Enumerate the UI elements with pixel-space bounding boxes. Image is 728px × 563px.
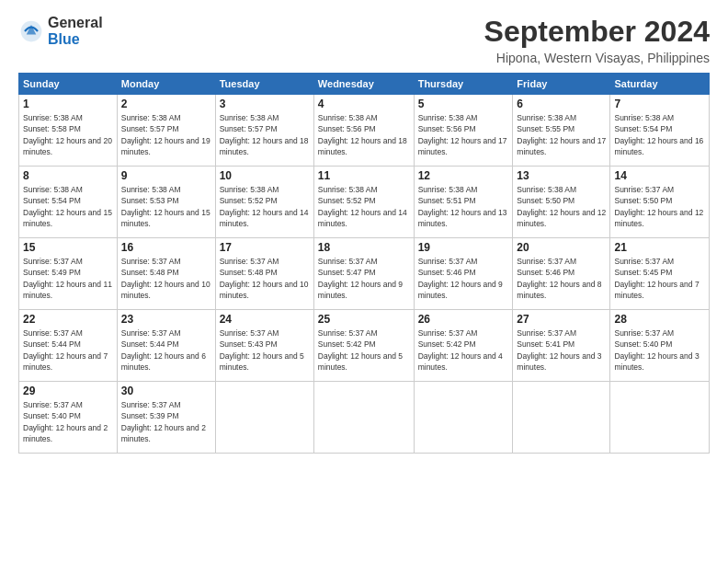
week-row: 8 Sunrise: 5:38 AMSunset: 5:54 PMDayligh… <box>19 167 710 238</box>
day-number: 18 <box>318 241 410 254</box>
week-row: 29 Sunrise: 5:37 AMSunset: 5:40 PMDaylig… <box>19 382 710 454</box>
day-number: 14 <box>614 169 705 182</box>
day-number: 10 <box>220 169 310 182</box>
table-cell: 28 Sunrise: 5:37 AMSunset: 5:40 PMDaylig… <box>610 310 710 382</box>
table-cell: 14 Sunrise: 5:37 AMSunset: 5:50 PMDaylig… <box>610 167 710 238</box>
logo-icon <box>18 18 44 44</box>
day-info: Sunrise: 5:38 AMSunset: 5:52 PMDaylight:… <box>318 185 407 228</box>
day-info: Sunrise: 5:38 AMSunset: 5:51 PMDaylight:… <box>418 185 507 228</box>
table-cell: 6 Sunrise: 5:38 AMSunset: 5:55 PMDayligh… <box>513 95 610 167</box>
col-thursday: Thursday <box>414 74 513 95</box>
table-cell: 4 Sunrise: 5:38 AMSunset: 5:56 PMDayligh… <box>313 95 414 167</box>
logo-blue: Blue <box>48 31 103 48</box>
week-row: 22 Sunrise: 5:37 AMSunset: 5:44 PMDaylig… <box>19 310 710 382</box>
day-number: 19 <box>418 241 509 254</box>
table-cell: 7 Sunrise: 5:38 AMSunset: 5:54 PMDayligh… <box>610 95 710 167</box>
table-cell <box>215 382 313 454</box>
col-sunday: Sunday <box>19 74 118 95</box>
day-info: Sunrise: 5:37 AMSunset: 5:43 PMDaylight:… <box>220 328 304 372</box>
table-cell: 9 Sunrise: 5:38 AMSunset: 5:53 PMDayligh… <box>117 167 215 238</box>
table-cell: 20 Sunrise: 5:37 AMSunset: 5:46 PMDaylig… <box>513 238 610 310</box>
table-cell: 23 Sunrise: 5:37 AMSunset: 5:44 PMDaylig… <box>117 310 215 382</box>
table-cell: 1 Sunrise: 5:38 AMSunset: 5:58 PMDayligh… <box>19 95 118 167</box>
day-number: 28 <box>614 313 705 326</box>
table-cell <box>610 382 710 454</box>
logo: General Blue <box>18 15 103 47</box>
location-title: Hipona, Western Visayas, Philippines <box>484 51 710 65</box>
day-number: 16 <box>121 241 211 254</box>
table-cell: 2 Sunrise: 5:38 AMSunset: 5:57 PMDayligh… <box>117 95 215 167</box>
table-cell: 21 Sunrise: 5:37 AMSunset: 5:45 PMDaylig… <box>610 238 710 310</box>
day-info: Sunrise: 5:37 AMSunset: 5:41 PMDaylight:… <box>517 328 601 372</box>
day-info: Sunrise: 5:37 AMSunset: 5:46 PMDaylight:… <box>517 257 601 300</box>
day-number: 22 <box>23 313 113 326</box>
table-cell: 27 Sunrise: 5:37 AMSunset: 5:41 PMDaylig… <box>513 310 610 382</box>
table-cell: 8 Sunrise: 5:38 AMSunset: 5:54 PMDayligh… <box>19 167 118 238</box>
col-friday: Friday <box>513 74 610 95</box>
table-cell: 13 Sunrise: 5:38 AMSunset: 5:50 PMDaylig… <box>513 167 610 238</box>
day-number: 2 <box>121 98 211 110</box>
table-cell: 15 Sunrise: 5:37 AMSunset: 5:49 PMDaylig… <box>19 238 118 310</box>
day-info: Sunrise: 5:37 AMSunset: 5:39 PMDaylight:… <box>121 400 206 443</box>
table-cell: 10 Sunrise: 5:38 AMSunset: 5:52 PMDaylig… <box>215 167 313 238</box>
month-title: September 2024 <box>484 15 710 49</box>
day-info: Sunrise: 5:37 AMSunset: 5:49 PMDaylight:… <box>23 257 112 300</box>
day-number: 29 <box>23 385 113 397</box>
table-cell: 19 Sunrise: 5:37 AMSunset: 5:46 PMDaylig… <box>414 238 513 310</box>
day-info: Sunrise: 5:37 AMSunset: 5:40 PMDaylight:… <box>614 328 699 372</box>
day-info: Sunrise: 5:38 AMSunset: 5:56 PMDaylight:… <box>418 113 507 156</box>
week-row: 1 Sunrise: 5:38 AMSunset: 5:58 PMDayligh… <box>19 95 710 167</box>
day-info: Sunrise: 5:38 AMSunset: 5:54 PMDaylight:… <box>23 185 112 228</box>
table-cell: 3 Sunrise: 5:38 AMSunset: 5:57 PMDayligh… <box>215 95 313 167</box>
day-number: 21 <box>614 241 705 254</box>
day-info: Sunrise: 5:38 AMSunset: 5:54 PMDaylight:… <box>614 113 703 156</box>
day-info: Sunrise: 5:38 AMSunset: 5:53 PMDaylight:… <box>121 185 210 228</box>
day-number: 8 <box>23 169 113 182</box>
title-area: September 2024 Hipona, Western Visayas, … <box>484 15 710 65</box>
day-number: 11 <box>318 169 410 182</box>
day-info: Sunrise: 5:37 AMSunset: 5:44 PMDaylight:… <box>121 328 206 372</box>
day-info: Sunrise: 5:38 AMSunset: 5:57 PMDaylight:… <box>121 113 210 156</box>
table-cell: 22 Sunrise: 5:37 AMSunset: 5:44 PMDaylig… <box>19 310 118 382</box>
table-cell: 5 Sunrise: 5:38 AMSunset: 5:56 PMDayligh… <box>414 95 513 167</box>
logo-general: General <box>48 15 103 31</box>
table-cell: 18 Sunrise: 5:37 AMSunset: 5:47 PMDaylig… <box>313 238 414 310</box>
day-info: Sunrise: 5:37 AMSunset: 5:47 PMDaylight:… <box>318 257 403 300</box>
day-number: 20 <box>517 241 606 254</box>
day-number: 7 <box>614 98 705 110</box>
table-cell: 26 Sunrise: 5:37 AMSunset: 5:42 PMDaylig… <box>414 310 513 382</box>
day-info: Sunrise: 5:37 AMSunset: 5:48 PMDaylight:… <box>220 257 309 300</box>
day-number: 25 <box>318 313 410 326</box>
day-number: 4 <box>318 98 410 110</box>
header: General Blue September 2024 Hipona, West… <box>18 15 710 65</box>
col-saturday: Saturday <box>610 74 710 95</box>
day-info: Sunrise: 5:37 AMSunset: 5:42 PMDaylight:… <box>318 328 403 372</box>
day-number: 5 <box>418 98 509 110</box>
day-info: Sunrise: 5:38 AMSunset: 5:52 PMDaylight:… <box>220 185 309 228</box>
day-number: 9 <box>121 169 211 182</box>
col-monday: Monday <box>117 74 215 95</box>
day-number: 26 <box>418 313 509 326</box>
day-number: 23 <box>121 313 211 326</box>
day-info: Sunrise: 5:38 AMSunset: 5:50 PMDaylight:… <box>517 185 606 228</box>
day-number: 24 <box>220 313 310 326</box>
day-info: Sunrise: 5:38 AMSunset: 5:55 PMDaylight:… <box>517 113 606 156</box>
table-cell: 25 Sunrise: 5:37 AMSunset: 5:42 PMDaylig… <box>313 310 414 382</box>
day-info: Sunrise: 5:38 AMSunset: 5:58 PMDaylight:… <box>23 113 112 156</box>
table-cell: 17 Sunrise: 5:37 AMSunset: 5:48 PMDaylig… <box>215 238 313 310</box>
day-number: 12 <box>418 169 509 182</box>
table-cell <box>414 382 513 454</box>
table-cell: 30 Sunrise: 5:37 AMSunset: 5:39 PMDaylig… <box>117 382 215 454</box>
col-wednesday: Wednesday <box>313 74 414 95</box>
logo-text: General Blue <box>48 15 103 47</box>
table-cell: 11 Sunrise: 5:38 AMSunset: 5:52 PMDaylig… <box>313 167 414 238</box>
day-number: 6 <box>517 98 606 110</box>
day-number: 27 <box>517 313 606 326</box>
table-cell: 16 Sunrise: 5:37 AMSunset: 5:48 PMDaylig… <box>117 238 215 310</box>
table-cell <box>313 382 414 454</box>
day-number: 3 <box>220 98 310 110</box>
day-info: Sunrise: 5:38 AMSunset: 5:56 PMDaylight:… <box>318 113 407 156</box>
table-cell: 29 Sunrise: 5:37 AMSunset: 5:40 PMDaylig… <box>19 382 118 454</box>
table-cell <box>513 382 610 454</box>
header-row: Sunday Monday Tuesday Wednesday Thursday… <box>19 74 710 95</box>
